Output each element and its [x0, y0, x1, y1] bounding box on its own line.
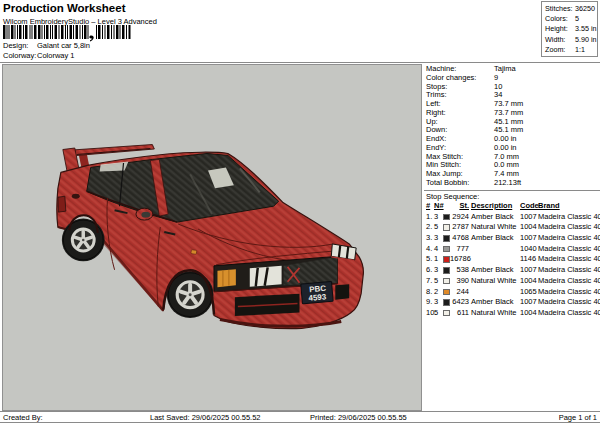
stat-row: Zoom:1:1 [545, 45, 597, 55]
machine-info-value: 212.13ft [494, 178, 521, 187]
col-description: Description [471, 201, 519, 212]
car-side-marker [191, 250, 197, 255]
stat-label: Height: [545, 24, 575, 34]
thread-color-swatch [443, 310, 450, 317]
machine-info-value: 73.7 mm [494, 99, 523, 108]
machine-info-label: Total Bobbin: [426, 179, 494, 188]
stop-sequence-row: 8.22441065Madeira Classic 40 [424, 287, 600, 298]
machine-info-value: 7.0 mm [494, 152, 519, 161]
design-stats-box: Stitches:36250 Colors:5 Height:3.55 in W… [541, 1, 598, 57]
machine-info-value: 10 [494, 82, 502, 91]
row-stitches: 390 [450, 276, 469, 287]
machine-info-value: 0.0 mm [494, 160, 519, 169]
stop-sequence-row: 1.32924Amber Black1007Madeira Classic 40 [424, 212, 600, 223]
machine-info-value: 7.4 mm [494, 169, 519, 178]
row-needle: 4 [434, 244, 443, 255]
row-code: 1007 [520, 265, 538, 276]
stat-value: 3.55 in [575, 24, 597, 33]
page-number: Page 1 of 1 [559, 412, 597, 423]
row-stitches: 16786 [450, 254, 469, 265]
stat-label: Stitches: [545, 4, 575, 14]
row-description: Amber Black [471, 233, 519, 244]
stop-sequence-row: 5.1167861146Madeira Classic 40 [424, 254, 600, 265]
row-description: Natural White [471, 276, 519, 287]
stat-row: Stitches:36250 [545, 4, 597, 14]
stop-sequence-row: 2.52787Natural White1004Madeira Classic … [424, 222, 600, 233]
stop-sequence-row: 7.5390Natural White1004Madeira Classic 4… [424, 276, 600, 287]
row-code: 1146 [520, 254, 538, 265]
design-label: Design: [3, 41, 37, 50]
embroidery-car-design: PBC 4593 [3, 65, 421, 410]
stat-row: Width:5.90 in [545, 35, 597, 45]
row-stitches: 4768 [450, 233, 469, 244]
page-title: Production Worksheet [3, 2, 125, 14]
stat-value: 5 [575, 14, 579, 23]
row-needle: 3 [434, 233, 443, 244]
colorway-value: Colorway 1 [37, 51, 75, 60]
stop-sequence-row: 6.3538Amber Black1007Madeira Classic 40 [424, 265, 600, 276]
row-brand: Madeira Classic 40 [538, 254, 600, 265]
car-license-plate: PBC 4593 [301, 281, 333, 303]
row-description: Natural White [471, 308, 519, 319]
row-code: 1004 [520, 308, 538, 319]
col-stitches: St. [450, 201, 469, 212]
stat-label: Colors: [545, 14, 575, 24]
machine-info-value: Tajima [494, 64, 516, 73]
row-needle: 2 [434, 287, 443, 298]
thread-color-swatch [443, 299, 450, 306]
row-stitches: 6423 [450, 297, 469, 308]
thread-color-swatch [443, 267, 450, 274]
machine-info-row: Total Bobbin:212.13ft [424, 179, 600, 188]
row-code: 1004 [520, 276, 538, 287]
main-area: PBC 4593 Machine:Tajima Color changes:9 … [0, 62, 600, 411]
machine-info-row: Stops:10 [424, 83, 600, 92]
row-stitches: 2924 [450, 212, 469, 223]
row-description: Amber Black [471, 297, 519, 308]
row-description: Natural White [471, 222, 519, 233]
design-row: Design:Galant car 5,8in [3, 41, 90, 50]
row-stitches: 777 [450, 244, 469, 255]
row-code: 1004 [520, 222, 538, 233]
stop-sequence-header: # N# St. Description Code Brand [424, 201, 600, 212]
stat-label: Zoom: [545, 45, 575, 55]
stat-value: 5.90 in [575, 35, 597, 44]
stop-sequence-row: 10.5611Natural White1004Madeira Classic … [424, 308, 600, 319]
car-rear-wheel [62, 219, 105, 262]
row-brand: Madeira Classic 40 [538, 276, 600, 287]
row-brand: Madeira Classic 40 [538, 212, 600, 223]
stop-sequence-title: Stop Sequence: [424, 192, 600, 202]
row-description: Amber Black [471, 212, 519, 223]
machine-info-value: 45.1 mm [494, 117, 523, 126]
row-code: 1040 [520, 244, 538, 255]
machine-info-value: 73.7 mm [494, 108, 523, 117]
stop-sequence-row: 3.34768Amber Black1007Madeira Classic 40 [424, 233, 600, 244]
stat-row: Height:3.55 in [545, 24, 597, 34]
row-stitches: 244 [450, 287, 469, 298]
col-brand: Brand [538, 201, 600, 212]
design-value: Galant car 5,8in [37, 41, 90, 50]
thread-color-swatch [443, 214, 450, 221]
row-code: 1007 [520, 233, 538, 244]
row-stitches: 2787 [450, 222, 469, 233]
row-code: 1007 [520, 212, 538, 223]
row-brand: Madeira Classic 40 [538, 308, 600, 319]
machine-info-panel: Machine:Tajima Color changes:9 Stops:10 … [424, 64, 600, 411]
row-needle: 3 [434, 212, 443, 223]
license-plate-line2: 4593 [308, 292, 327, 303]
design-barcode [3, 25, 133, 42]
colorway-row: Colorway:Colorway 1 [3, 51, 75, 60]
row-needle: 1 [434, 254, 443, 265]
machine-info-value: 34 [494, 90, 502, 99]
machine-info-row: Color changes:9 [424, 74, 600, 83]
row-needle: 3 [434, 297, 443, 308]
design-preview-area: PBC 4593 [2, 64, 422, 411]
machine-info-value: 0.00 in [494, 134, 517, 143]
row-needle: 3 [434, 265, 443, 276]
stat-row: Colors:5 [545, 14, 597, 24]
col-needle: N# [434, 201, 443, 212]
colorway-label: Colorway: [3, 51, 37, 60]
last-saved-text: Last Saved: 29/06/2025 00.55.52 [150, 412, 261, 423]
row-stitches: 538 [450, 265, 469, 276]
machine-info-value: 45.1 mm [494, 125, 523, 134]
row-needle: 5 [434, 222, 443, 233]
